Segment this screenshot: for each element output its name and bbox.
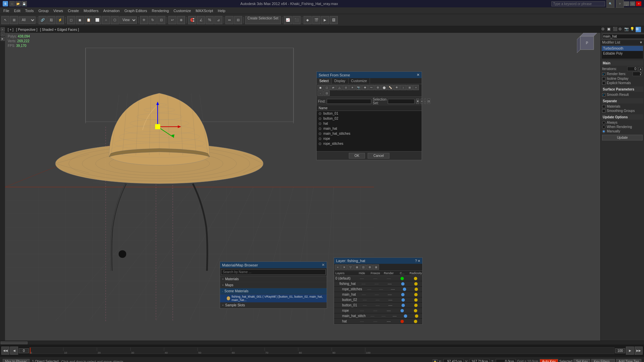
layers-new-btn[interactable]: + xyxy=(335,264,341,270)
timeline-end-btn[interactable]: ▶▶ xyxy=(635,347,643,355)
panel-icon-7-active[interactable]: ⊞ xyxy=(636,27,641,32)
always-radio[interactable] xyxy=(602,121,605,124)
find-input[interactable] xyxy=(327,99,371,104)
search-btn[interactable]: 🔍 xyxy=(606,0,614,8)
undo-btn[interactable]: ↩ xyxy=(168,16,176,24)
layer-row-hat[interactable]: hat ---- ---- ---- xyxy=(334,319,422,324)
modifier-turbosmooth[interactable]: TurboSmooth xyxy=(602,46,643,51)
list-item-button02[interactable]: button_02 xyxy=(317,116,422,121)
materials-checkbox[interactable] xyxy=(602,105,605,108)
list-item-main-hat-stitches[interactable]: main_hat_stitches xyxy=(317,131,422,136)
menu-help[interactable]: Help xyxy=(216,8,227,13)
snap-btn[interactable]: 🧲 xyxy=(188,16,196,24)
find-options-btn[interactable]: ▼ xyxy=(416,99,419,104)
help-btn[interactable]: ? xyxy=(616,0,624,8)
ok-button[interactable]: OK xyxy=(349,153,365,159)
panel-icon-2[interactable]: ▣ xyxy=(607,27,612,32)
mirror-btn[interactable]: ⇔ xyxy=(225,16,233,24)
select-filter2-btn[interactable]: ⊞ xyxy=(407,85,413,90)
unlink-btn[interactable]: ⛓ xyxy=(47,16,55,24)
viewcube[interactable]: P xyxy=(577,33,597,53)
manually-radio[interactable] xyxy=(602,130,605,133)
viewport-dropdown[interactable]: View xyxy=(119,16,137,24)
menu-file[interactable]: File xyxy=(1,8,11,13)
select-invert-btn[interactable]: ⇌ xyxy=(330,85,336,90)
layer-row-main-hat-stitch[interactable]: main_hat_stitch ---- ---- ---- xyxy=(334,313,422,319)
menu-graph-editors[interactable]: Graph Editors xyxy=(122,8,149,13)
select-warp-btn[interactable]: 〜 xyxy=(368,85,374,90)
select-helper-btn[interactable]: ✚ xyxy=(362,85,368,90)
timeline-play-btn[interactable]: ◀◀ xyxy=(1,347,9,355)
layers-dialog-close[interactable]: ✕ xyxy=(418,259,420,263)
mat-section-scene-materials[interactable]: - Scene Materials xyxy=(220,288,327,294)
panel-icon-5[interactable]: 📷 xyxy=(624,27,630,32)
explicit-normals-checkbox[interactable] xyxy=(602,81,605,85)
select-tab-select[interactable]: Select xyxy=(317,78,332,84)
update-button[interactable]: Update xyxy=(602,135,643,140)
link-btn[interactable]: 🔗 xyxy=(39,16,47,24)
viewport-type-label[interactable]: [ Perspective ] xyxy=(16,28,37,32)
move-btn[interactable]: ✛ xyxy=(140,16,148,24)
layer-row-button01[interactable]: button_01 ---- ---- ---- xyxy=(334,303,422,308)
horizontal-scrollbar[interactable] xyxy=(0,341,644,345)
spinner-snap-btn[interactable]: ⊿ xyxy=(214,16,222,24)
layers-dialog-help[interactable]: ? xyxy=(415,259,417,263)
render-setup-btn[interactable]: 🎬 xyxy=(312,16,320,24)
select-bone-btn[interactable]: 🦴 xyxy=(387,85,393,90)
layers-add-selection-btn[interactable]: ▽ xyxy=(347,264,354,270)
iterations-spinner-up[interactable]: ▲ xyxy=(639,67,643,71)
menu-edit[interactable]: Edit xyxy=(12,8,22,13)
select-sys-btn[interactable]: ⚙ xyxy=(375,85,381,90)
close-btn[interactable]: ✕ xyxy=(636,1,641,6)
select-tab-display[interactable]: Display xyxy=(332,78,348,84)
menu-customize[interactable]: Customize xyxy=(171,8,193,13)
open-btn[interactable]: 📂 xyxy=(15,1,21,6)
percent-snap-btn[interactable]: % xyxy=(206,16,214,24)
list-item-main-hat[interactable]: main_hat xyxy=(317,126,422,131)
mat-item-fishing-hat[interactable]: fishing_hat_khaki_001 ( VRayMtl ) [butto… xyxy=(220,294,327,302)
list-item-button01[interactable]: button_01 xyxy=(317,111,422,116)
select-obj-btn[interactable]: ◼ xyxy=(76,16,84,24)
key-filters-btn[interactable]: Key Filters... xyxy=(591,359,615,362)
layers-highlight-btn[interactable]: ⊡ xyxy=(360,264,366,270)
find-remove-btn[interactable]: - xyxy=(424,99,426,104)
bind-btn[interactable]: ⚡ xyxy=(56,16,64,24)
object-list[interactable]: button_01 button_02 hat main_hat main_ha… xyxy=(317,111,422,151)
menu-modifiers[interactable]: Modifiers xyxy=(82,8,101,13)
layer-row-0-default[interactable]: 0 (default) ---- ---- ---- xyxy=(334,276,422,281)
material-editor-btn[interactable]: ◆ xyxy=(304,16,312,24)
list-item-rope[interactable]: rope xyxy=(317,136,422,141)
select-shape-btn[interactable]: ⊙ xyxy=(343,85,349,90)
select-region-btn[interactable]: ⊞ xyxy=(10,16,18,24)
mat-search-input[interactable] xyxy=(221,269,326,275)
select-plus-btn[interactable]: + xyxy=(413,85,419,90)
z-value[interactable]: 0.0cm xyxy=(496,359,516,362)
isoline-checkbox[interactable] xyxy=(602,77,605,80)
menu-animation[interactable]: Animation xyxy=(101,8,122,13)
modifier-list-dropdown[interactable]: ▼ xyxy=(639,41,643,44)
mat-section-materials[interactable]: + Materials xyxy=(220,276,327,282)
select-none-btn[interactable]: ◻ xyxy=(324,85,330,90)
align-btn[interactable]: ⊟ xyxy=(234,16,242,24)
circle-select-btn[interactable]: ○ xyxy=(102,16,110,24)
minimize-btn[interactable]: _ xyxy=(624,1,629,6)
select-display-btn[interactable]: 👁 xyxy=(394,85,400,90)
schematic-view-btn[interactable]: ⬛ xyxy=(292,16,301,24)
layer-row-fishing-hat[interactable]: fishing_hat ---- ---- ---- xyxy=(334,281,422,287)
modifier-editable-poly[interactable]: Editable Poly xyxy=(602,51,643,56)
panel-icon-3[interactable]: ⬛ xyxy=(613,27,618,32)
list-item-hat[interactable]: hat xyxy=(317,121,422,126)
curve-editor-btn[interactable]: 📈 xyxy=(284,16,292,24)
select-minus-btn[interactable]: - xyxy=(317,90,323,96)
panel-icon-1[interactable]: ⊙ xyxy=(601,27,607,32)
save-btn[interactable]: 💾 xyxy=(21,1,27,6)
create-selection-btn[interactable]: Create Selection Set xyxy=(245,16,281,24)
find-highlight-btn[interactable]: ⊡ xyxy=(427,99,430,104)
timeline-prev-btn[interactable]: ◀ xyxy=(10,347,18,355)
max-to-physac-btn[interactable]: Max to Physac xyxy=(3,359,30,362)
iterations-input[interactable] xyxy=(627,67,637,71)
viewport-nav-2[interactable]: - xyxy=(1,32,5,36)
layers-delete-btn[interactable]: ✕ xyxy=(341,264,347,270)
lock-icon[interactable]: 🔒 xyxy=(433,359,437,362)
menu-tools[interactable]: Tools xyxy=(23,8,36,13)
